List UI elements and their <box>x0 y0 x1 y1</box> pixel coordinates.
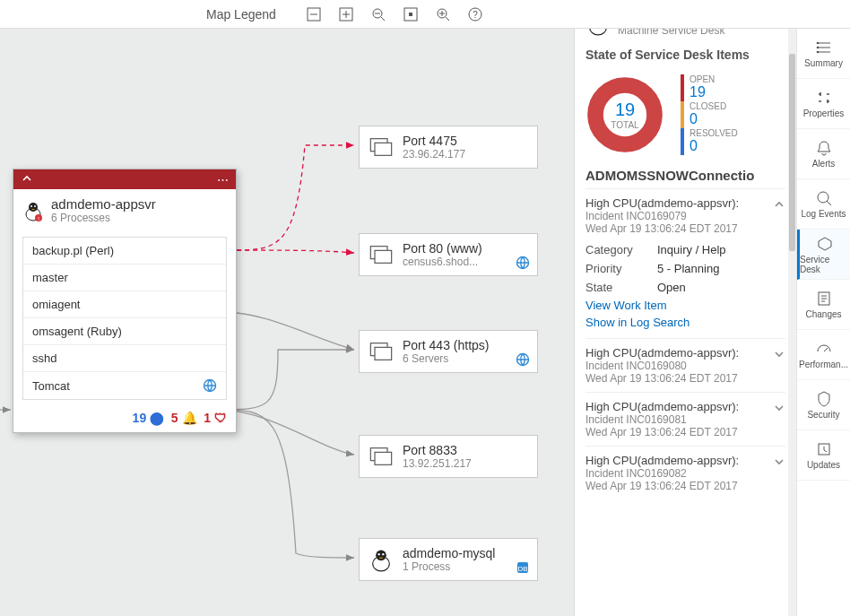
incident-id: Incident INC0169079 <box>585 210 785 222</box>
view-work-item-link[interactable]: View Work Item <box>585 297 785 314</box>
endpoint-card[interactable]: admdemo-mysql1 Process DB <box>359 538 538 581</box>
process-item[interactable]: master <box>23 265 226 291</box>
incident-time: Wed Apr 19 13:06:24 EDT 2017 <box>585 372 785 385</box>
endpoint-title: Port 8833 <box>403 443 472 457</box>
servers-icon <box>369 444 394 469</box>
incident-id: Incident INC0169080 <box>585 360 785 372</box>
rail-performance[interactable]: Performan... <box>797 330 850 380</box>
total-label: TOTAL <box>611 120 638 130</box>
rail-properties[interactable]: Properties <box>797 79 850 129</box>
rail-service-desk[interactable]: Service Desk <box>797 230 850 280</box>
svg-text:?: ? <box>473 10 478 20</box>
incident-time: Wed Apr 19 13:06:24 EDT 2017 <box>585 426 785 438</box>
svg-text:DB: DB <box>517 565 527 573</box>
svg-point-47 <box>816 51 819 54</box>
expand-icon[interactable] <box>334 2 359 27</box>
svg-point-18 <box>30 205 32 207</box>
svg-point-45 <box>816 42 819 45</box>
machine-title: ! admdemo-appsvr 6 Processes <box>13 189 236 231</box>
total-value: 19 <box>615 100 635 120</box>
state-heading: State of Service Desk Items <box>585 48 785 62</box>
chevron-down-icon[interactable] <box>773 455 785 471</box>
toolbar: Map Legend ? <box>0 0 850 29</box>
incident-item[interactable]: High CPU(admdemo-appsvr): Incident INC01… <box>585 188 785 338</box>
incident-item[interactable]: High CPU(admdemo-appsvr): Incident INC01… <box>585 392 785 446</box>
rail-label: Summary <box>804 58 843 68</box>
endpoint-title: admdemo-mysql <box>403 546 495 560</box>
show-in-log-search-link[interactable]: Show in Log Search <box>585 314 785 331</box>
machine-name: admdemo-appsvr <box>51 196 156 212</box>
database-icon: DB <box>516 560 530 575</box>
machine-card[interactable]: ⋯ ! admdemo-appsvr 6 Processes backup.pl… <box>13 169 237 433</box>
svg-rect-24 <box>375 143 392 155</box>
incident-time: Wed Apr 19 13:06:24 EDT 2017 <box>585 222 785 235</box>
info-count: 19 ⬤ <box>133 411 164 425</box>
kv-val: 5 - Planning <box>657 262 719 275</box>
process-item[interactable]: backup.pl (Perl) <box>23 238 226 265</box>
process-item[interactable]: omsagent (Ruby) <box>23 318 226 345</box>
card-menu-icon[interactable]: ⋯ <box>217 173 229 187</box>
incident-id: Incident INC0169082 <box>585 467 785 480</box>
globe-icon <box>516 352 530 367</box>
collapse-icon[interactable] <box>301 2 326 27</box>
rail-summary[interactable]: Summary <box>797 29 850 79</box>
rail-log-events[interactable]: Log Events <box>797 179 850 230</box>
fit-icon[interactable] <box>398 2 423 27</box>
details-scrollbar[interactable] <box>788 0 796 616</box>
zoom-out-icon[interactable] <box>366 2 391 27</box>
svg-line-11 <box>446 17 449 21</box>
kv-val: Open <box>657 281 686 294</box>
incident-time: Wed Apr 19 13:06:24 EDT 2017 <box>585 480 785 492</box>
badge-bar: 19 ⬤ 5 🔔 1 🛡 <box>13 407 236 432</box>
incident-id: Incident INC0169081 <box>585 413 785 426</box>
rail-security[interactable]: Security <box>797 380 850 430</box>
count-value: 0 <box>690 138 738 154</box>
svg-line-49 <box>827 201 831 205</box>
globe-icon <box>203 378 217 393</box>
servers-icon <box>369 134 394 160</box>
collapse-card-icon[interactable] <box>21 172 33 187</box>
kv-val: Inquiry / Help <box>657 243 726 256</box>
servers-icon <box>369 339 394 364</box>
incident-title: High CPU(admdemo-appsvr): <box>585 346 785 360</box>
process-item[interactable]: omiagent <box>23 291 226 318</box>
rail-label: Service Desk <box>800 255 850 274</box>
endpoint-card[interactable]: Port 443 (https)6 Servers <box>359 330 538 373</box>
rail-label: Properties <box>803 108 845 118</box>
endpoint-card[interactable]: Port 883313.92.251.217 <box>359 435 538 478</box>
rail-label: Security <box>807 410 839 420</box>
zoom-in-icon[interactable] <box>430 2 455 27</box>
chevron-down-icon[interactable] <box>773 402 785 417</box>
incident-title: High CPU(admdemo-appsvr): <box>585 454 785 467</box>
rail-updates[interactable]: Updates <box>797 430 850 481</box>
incident-title: High CPU(admdemo-appsvr): <box>585 196 785 210</box>
chevron-up-icon[interactable] <box>773 198 785 213</box>
endpoint-card[interactable]: Port 80 (www)census6.shod... <box>359 233 538 276</box>
help-icon[interactable]: ? <box>463 2 488 27</box>
chevron-down-icon[interactable] <box>773 348 785 363</box>
svg-point-35 <box>378 553 380 555</box>
count-value: 0 <box>690 111 726 127</box>
svg-rect-32 <box>375 452 392 464</box>
rail-changes[interactable]: Changes <box>797 280 850 330</box>
incident-item[interactable]: High CPU(admdemo-appsvr): Incident INC01… <box>585 446 785 499</box>
linux-icon <box>369 547 394 572</box>
kv-key: Priority <box>585 262 657 275</box>
svg-rect-26 <box>375 250 392 263</box>
kv-key: State <box>585 281 657 294</box>
endpoint-card[interactable]: Port 447523.96.24.177 <box>359 126 538 169</box>
process-item[interactable]: sshd <box>23 345 226 372</box>
map-canvas[interactable]: ⋯ ! admdemo-appsvr 6 Processes backup.pl… <box>0 29 574 616</box>
rail-label: Updates <box>807 460 840 470</box>
map-legend-toggle[interactable]: Map Legend <box>206 7 276 22</box>
svg-point-17 <box>29 203 38 212</box>
globe-icon <box>516 256 530 270</box>
incident-item[interactable]: High CPU(admdemo-appsvr): Incident INC01… <box>585 338 785 392</box>
svg-rect-9 <box>409 13 412 16</box>
endpoint-title: Port 4475 <box>403 134 465 148</box>
count-value: 19 <box>690 84 715 100</box>
rail-alerts[interactable]: Alerts <box>797 129 850 179</box>
process-item[interactable]: Tomcat <box>23 372 226 399</box>
right-rail: Summary Properties Alerts Log Events Ser… <box>796 0 850 616</box>
machine-card-header: ⋯ <box>13 169 236 189</box>
